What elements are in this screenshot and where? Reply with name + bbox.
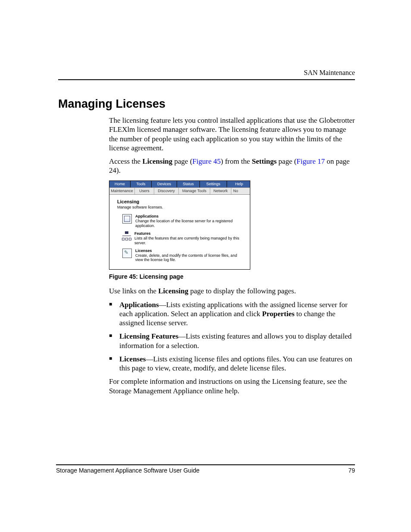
licenses-icon: [122, 249, 132, 258]
footer-doc-title: Storage Management Appliance Software Us…: [56, 467, 199, 474]
panel-item-applications[interactable]: Applications Change the location of the …: [122, 214, 246, 228]
subtab-overflow[interactable]: No: [231, 188, 240, 194]
bullet-applications: Applications—Lists existing applications…: [109, 300, 355, 328]
subtab-maintenance[interactable]: Maintenance: [109, 188, 135, 194]
access-mid2: ) from the: [221, 157, 252, 165]
intro-paragraph: The licensing feature lets you control i…: [109, 116, 355, 152]
bullet-licensing-features: Licensing Features—Lists existing featur…: [109, 332, 355, 350]
page-header: SAN Maintenance: [58, 69, 355, 80]
panel-item-desc: Create, delete, and modify the contents …: [135, 253, 246, 262]
access-pre: Access the: [109, 157, 142, 165]
header-rule: [58, 79, 355, 80]
use-intro-pre: Use links on the: [109, 287, 158, 295]
subtab-manage-tools[interactable]: Manage Tools: [179, 188, 210, 194]
applications-icon: [122, 214, 132, 224]
bullet-term: Licenses: [119, 355, 146, 363]
access-bold-licensing: Licensing: [142, 157, 172, 165]
access-mid3: page (: [277, 157, 296, 165]
tab-help[interactable]: Help: [227, 181, 251, 187]
bullet-term-properties: Properties: [262, 310, 294, 318]
tab-settings[interactable]: Settings: [200, 181, 227, 187]
tab-tools[interactable]: Tools: [131, 181, 152, 187]
access-bold-settings: Settings: [252, 157, 277, 165]
panel-item-title: Features: [134, 231, 246, 236]
access-mid1: page (: [172, 157, 192, 165]
panel-subtitle: Manage software licenses.: [117, 205, 246, 210]
subtab-network[interactable]: Network: [210, 188, 231, 194]
footer-rule: [56, 464, 355, 465]
tab-home[interactable]: Home: [109, 181, 131, 187]
panel-title: Licensing: [117, 199, 246, 205]
subtab-discovery[interactable]: Discovery: [154, 188, 179, 194]
panel-item-desc: Change the location of the license serve…: [135, 219, 246, 228]
secondary-tabs: Maintenance Users Discovery Manage Tools…: [109, 187, 250, 195]
bullet-list: Applications—Lists existing applications…: [109, 300, 355, 373]
bullet-term: Applications: [119, 301, 159, 309]
bullet-licenses: Licenses—Lists existing license files an…: [109, 355, 355, 373]
licensing-figure: Home Tools Devices Status Settings Help …: [109, 180, 250, 270]
panel-item-desc: Lists all the features that are currentl…: [134, 236, 246, 245]
page-footer: Storage Management Appliance Software Us…: [56, 464, 355, 474]
use-intro-paragraph: Use links on the Licensing page to displ…: [109, 286, 355, 296]
figure-45-link[interactable]: Figure 45: [193, 157, 221, 165]
bullet-term: Licensing Features: [119, 332, 178, 340]
tab-devices[interactable]: Devices: [152, 181, 177, 187]
panel-item-title: Applications: [135, 214, 246, 219]
access-paragraph: Access the Licensing page (Figure 45) fr…: [109, 157, 355, 175]
tab-status[interactable]: Status: [177, 181, 200, 187]
outro-paragraph: For complete information and instruction…: [109, 377, 355, 395]
use-intro-bold: Licensing: [158, 287, 188, 295]
panel-item-title: Licenses: [135, 249, 246, 253]
panel-item-features[interactable]: Features Lists all the features that are…: [122, 231, 246, 245]
subtab-users[interactable]: Users: [135, 188, 154, 194]
footer-page-number: 79: [348, 467, 355, 474]
use-intro-post: page to display the following pages.: [188, 287, 296, 295]
primary-tabs: Home Tools Devices Status Settings Help: [109, 181, 250, 187]
figure-17-link[interactable]: Figure 17: [296, 157, 325, 165]
section-title: Managing Licenses: [58, 97, 355, 111]
figure-caption: Figure 45: Licensing page: [109, 273, 355, 281]
bullet-text: —Lists existing license files and option…: [119, 355, 352, 372]
features-icon: [122, 231, 131, 240]
panel-item-licenses[interactable]: Licenses Create, delete, and modify the …: [122, 249, 246, 262]
header-section-label: SAN Maintenance: [58, 69, 355, 77]
